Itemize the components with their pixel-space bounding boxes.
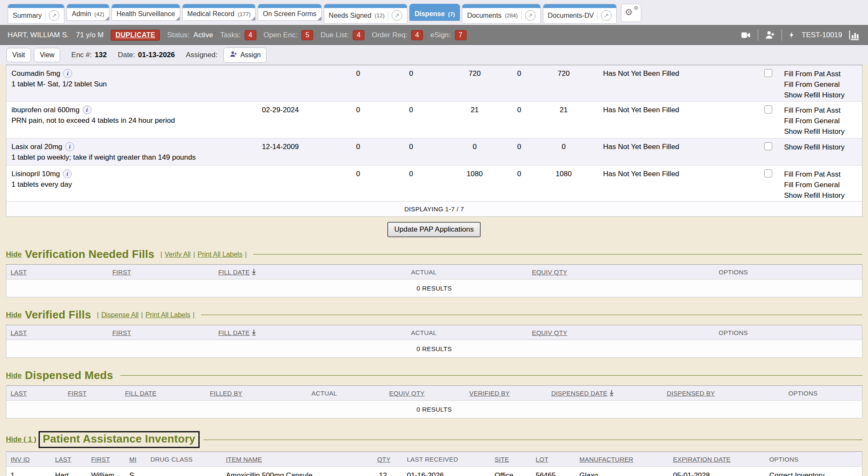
table-header-row: LAST FIRST FILL DATE ACTUAL EQUIV QTY OP…	[6, 265, 862, 279]
col-fill-date[interactable]: FILL DATE	[121, 390, 206, 397]
col-item-name[interactable]: ITEM NAME	[222, 456, 373, 463]
fill-status: Has Not Yet Been Filled	[600, 102, 757, 138]
fill-from-pat-asst-link[interactable]: Fill From Pat Asst	[784, 105, 862, 116]
pai-section-title: Patient Assistance Inventory	[43, 432, 195, 445]
info-icon[interactable]: i	[63, 169, 72, 178]
col-mi[interactable]: MI	[125, 456, 146, 463]
fill-from-general-link[interactable]: Fill From General	[784, 180, 862, 190]
tab-documents-dv[interactable]: Documents-DV ↗	[543, 4, 617, 24]
video-camera-icon[interactable]	[740, 30, 751, 40]
order-req-count-badge[interactable]: 4	[411, 30, 423, 40]
view-button[interactable]: View	[34, 48, 60, 62]
col-filled-by[interactable]: FILLED BY	[206, 390, 286, 397]
fill-from-pat-asst-link[interactable]: Fill From Pat Asst	[784, 69, 862, 79]
info-icon[interactable]: i	[83, 105, 92, 114]
tab-documents[interactable]: Documents (284) ↗	[462, 4, 540, 24]
esign-count-badge[interactable]: 7	[455, 30, 467, 40]
open-new-window-icon[interactable]: ↗	[49, 10, 59, 21]
tasks-count-badge[interactable]: 4	[245, 30, 256, 40]
tab-label: Health Surveillance	[117, 10, 175, 18]
open-new-window-icon[interactable]: ↗	[601, 10, 612, 21]
enc-number-label: Enc #:	[71, 51, 92, 59]
open-enc-count-badge[interactable]: 5	[301, 30, 313, 40]
col-dispensed-date[interactable]: DISPENSED DATE	[551, 390, 608, 397]
cell-inv-id: 1	[6, 471, 51, 476]
col-equiv-qty[interactable]: EQUIV QTY	[528, 329, 634, 336]
show-refill-history-link[interactable]: Show Refill History	[784, 190, 862, 201]
col-last[interactable]: LAST	[6, 329, 108, 336]
lightning-icon[interactable]	[788, 30, 796, 40]
hide-verification-link[interactable]: Hide	[6, 250, 22, 259]
assign-button[interactable]: Assign	[223, 47, 267, 63]
col-expiration-date[interactable]: EXPIRATION DATE	[669, 456, 765, 463]
open-new-window-icon[interactable]: ↗	[525, 10, 536, 21]
sort-descending-icon	[251, 329, 256, 336]
tab-dispense-active[interactable]: Dispense (7)	[409, 4, 460, 21]
med-row-lasix: Lasix oral 20mg i 1 tablet po weekly; ta…	[6, 138, 862, 165]
cell-last-received: 01-16-2026	[403, 471, 490, 476]
tab-dropdown-corner	[105, 17, 109, 20]
show-refill-history-link[interactable]: Show Refill History	[784, 126, 862, 137]
fill-select-checkbox[interactable]	[764, 142, 772, 150]
show-refill-history-link[interactable]: Show Refill History	[784, 90, 862, 100]
col-last[interactable]: LAST	[6, 268, 108, 276]
tab-admin[interactable]: Admin (42)	[67, 4, 109, 21]
col-lot[interactable]: LOT	[531, 456, 575, 463]
col-inv-id[interactable]: INV ID	[6, 456, 51, 463]
fill-select-checkbox[interactable]	[764, 105, 772, 113]
col-site[interactable]: SITE	[490, 456, 531, 463]
settings-gear-button[interactable]: ⚙ ⚙	[621, 4, 641, 22]
stats-chart-icon[interactable]	[849, 30, 860, 40]
duplicate-badge[interactable]: DUPLICATE	[111, 30, 160, 41]
tab-label: Summary	[13, 12, 42, 19]
print-all-labels-link[interactable]: Print All Labels	[198, 251, 242, 258]
info-icon[interactable]: i	[65, 142, 74, 151]
fill-from-general-link[interactable]: Fill From General	[784, 116, 862, 126]
tab-needs-signed[interactable]: Needs Signed (12) ↗	[324, 4, 408, 24]
open-new-window-icon[interactable]: ↗	[392, 10, 402, 21]
pai-title-focus-box: Patient Assistance Inventory	[39, 431, 200, 448]
fill-select-checkbox[interactable]	[764, 169, 772, 177]
add-user-icon[interactable]	[765, 30, 775, 40]
assigned-label: Assigned:	[186, 51, 218, 59]
fill-from-general-link[interactable]: Fill From General	[784, 79, 862, 90]
info-icon[interactable]: i	[63, 69, 72, 78]
show-refill-history-link[interactable]: Show Refill History	[784, 142, 862, 152]
empty-results: 0 RESULTS	[6, 279, 862, 297]
visit-button[interactable]: Visit	[6, 48, 31, 62]
col-last[interactable]: LAST	[6, 390, 64, 397]
fill-select-checkbox[interactable]	[764, 69, 772, 77]
col-equiv-qty[interactable]: EQUIV QTY	[528, 268, 634, 276]
inventory-row: 1 Hart, William, S. Amoxicillin 500mg Ca…	[6, 466, 862, 476]
col-first[interactable]: FIRST	[108, 268, 214, 276]
tab-summary[interactable]: Summary ↗	[8, 4, 64, 24]
due-list-count-badge[interactable]: 4	[353, 30, 364, 40]
update-pap-applications-button[interactable]: Update PAP Applications	[388, 222, 480, 237]
col-equiv-qty[interactable]: EQUIV QTY	[362, 390, 451, 397]
col-last[interactable]: LAST	[51, 456, 87, 463]
fill-from-pat-asst-link[interactable]: Fill From Pat Asst	[784, 169, 862, 180]
col-fill-date[interactable]: FILL DATE	[218, 329, 250, 336]
col-actual: ACTUAL	[286, 390, 362, 397]
col-fill-date[interactable]: FILL DATE	[218, 268, 250, 276]
col-first[interactable]: FIRST	[87, 456, 125, 463]
hide-pai-link[interactable]: Hide ( 1 )	[6, 435, 36, 444]
tab-medical-record[interactable]: Medical Record (177)	[182, 4, 256, 21]
med-qty: 21	[439, 102, 511, 138]
correct-inventory-link[interactable]: Correct Inventory	[765, 471, 862, 476]
print-all-labels-link[interactable]: Print All Labels	[145, 311, 190, 319]
hide-dispensed-link[interactable]: Hide	[6, 371, 22, 380]
col-qty[interactable]: QTY	[373, 456, 403, 463]
enc-number-value: 132	[95, 51, 107, 59]
hide-verified-link[interactable]: Hide	[6, 311, 22, 319]
col-dispensed-by[interactable]: DISPENSED BY	[638, 390, 744, 397]
tab-health-surveillance[interactable]: Health Surveillance	[111, 4, 180, 21]
col-first[interactable]: FIRST	[108, 329, 214, 336]
separator: |	[141, 311, 143, 319]
col-manufacturer[interactable]: MANUFACTURER	[575, 456, 669, 463]
col-verified-by[interactable]: VERIFIED BY	[451, 390, 528, 397]
tab-on-screen-forms[interactable]: On Screen Forms	[258, 4, 321, 21]
dispense-all-link[interactable]: Dispense All	[101, 311, 139, 319]
verify-all-link[interactable]: Verify All	[165, 251, 191, 258]
col-first[interactable]: FIRST	[64, 390, 121, 397]
